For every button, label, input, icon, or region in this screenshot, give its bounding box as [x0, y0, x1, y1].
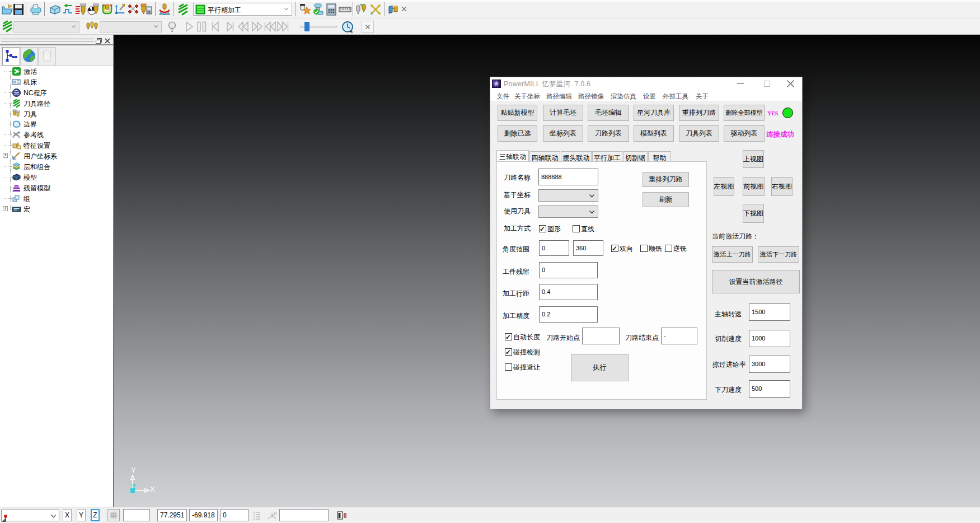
svg-text:X: X [150, 485, 155, 493]
svg-text:Y: Y [131, 466, 136, 474]
